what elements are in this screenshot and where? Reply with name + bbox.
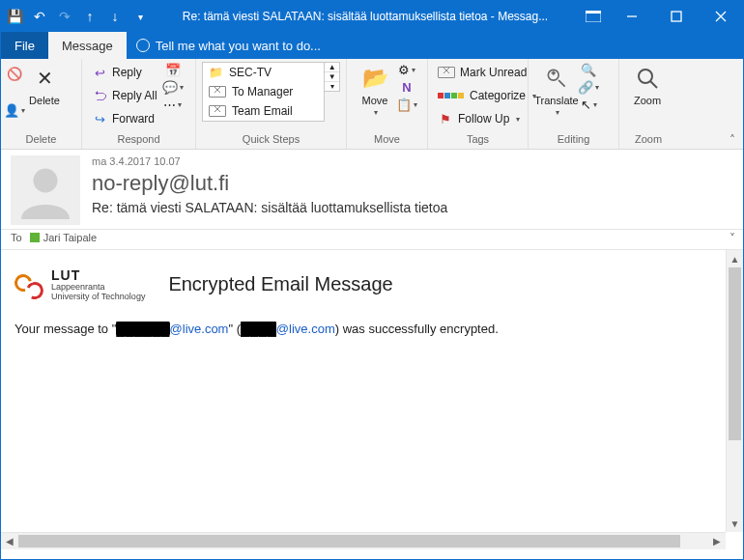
meeting-icon[interactable]: 📅 xyxy=(165,62,181,77)
quick-step-item[interactable]: 📁SEC-TV xyxy=(203,63,324,82)
window-title: Re: tämä viesti SALATAAN: sisältää luott… xyxy=(154,10,577,23)
scroll-down-icon[interactable]: ▼ xyxy=(727,515,743,532)
translate-icon xyxy=(542,64,571,93)
related-icon[interactable]: 🔗▾ xyxy=(581,79,596,95)
reply-all-icon: ⮌ xyxy=(92,88,107,103)
vertical-scrollbar[interactable]: ▲ ▼ xyxy=(726,250,743,532)
rules-icon[interactable]: ⚙▾ xyxy=(399,62,415,77)
find-icon[interactable]: 🔍 xyxy=(581,62,596,77)
scroll-thumb[interactable] xyxy=(18,535,680,547)
group-zoom: Zoom xyxy=(625,133,672,149)
svg-point-9 xyxy=(34,169,58,193)
im-icon[interactable]: 💬▾ xyxy=(165,79,181,95)
email-link[interactable]: @live.com xyxy=(170,322,229,336)
flag-icon: ⚑ xyxy=(438,111,453,126)
lut-logo: LUT Lappeenranta University of Technolog… xyxy=(14,267,145,302)
delete-label: Delete xyxy=(29,95,60,106)
onenote-icon[interactable]: N xyxy=(399,79,415,95)
quick-steps-list[interactable]: 📁SEC-TV To Manager Team Email xyxy=(202,62,325,122)
group-tags: Tags xyxy=(434,133,522,149)
actions-icon[interactable]: 📋▾ xyxy=(399,97,415,112)
ignore-icon[interactable]: 🚫 xyxy=(7,66,22,81)
prev-item-icon[interactable]: ↑ xyxy=(82,9,98,24)
scroll-up-icon[interactable]: ▲ xyxy=(727,250,743,267)
qat-customize-icon[interactable]: ▾ xyxy=(132,9,148,24)
next-item-icon[interactable]: ↓ xyxy=(107,9,123,24)
delete-icon: ✕ xyxy=(30,64,59,93)
email-link[interactable]: @live.com xyxy=(276,322,335,336)
ribbon-display-options-icon[interactable] xyxy=(577,1,610,32)
maximize-button[interactable] xyxy=(654,1,699,32)
select-icon[interactable]: ↖▾ xyxy=(581,97,596,112)
scroll-thumb[interactable] xyxy=(729,267,741,440)
folder-icon: 📂 xyxy=(360,64,389,93)
quick-steps-down[interactable]: ▼ xyxy=(325,72,339,82)
forward-button[interactable]: ↪ Forward xyxy=(88,108,161,129)
message-subject: Re: tämä viesti SALATAAN: sisältää luott… xyxy=(92,200,733,215)
reply-button[interactable]: ↩ Reply xyxy=(88,62,161,83)
zoom-icon xyxy=(633,64,662,93)
sender-avatar xyxy=(11,155,80,225)
tab-message[interactable]: Message xyxy=(48,32,127,59)
group-respond: Respond xyxy=(88,133,189,149)
tell-me-search[interactable]: Tell me what you want to do... xyxy=(127,32,330,59)
body-text: Your message to "██████@live.com" (████@… xyxy=(14,322,712,336)
categorize-button[interactable]: Categorize▾ xyxy=(434,85,540,106)
follow-up-button[interactable]: ⚑ Follow Up▾ xyxy=(434,108,540,129)
quick-steps-more[interactable]: ▾ xyxy=(325,82,339,91)
reply-all-button[interactable]: ⮌ Reply All xyxy=(88,85,161,106)
junk-icon[interactable]: 👤▾ xyxy=(7,102,22,118)
message-date: ma 3.4.2017 10.07 xyxy=(92,155,733,167)
tab-file[interactable]: File xyxy=(1,32,48,59)
svg-line-8 xyxy=(650,81,657,88)
presence-icon xyxy=(30,233,40,242)
group-quick-steps: Quick Steps xyxy=(202,133,340,149)
svg-rect-3 xyxy=(672,12,681,21)
envelope-icon xyxy=(209,105,226,117)
horizontal-scrollbar[interactable]: ◀ ▶ xyxy=(1,532,726,549)
scroll-right-icon[interactable]: ▶ xyxy=(708,533,726,549)
translate-button[interactable]: Translate ▾ xyxy=(534,62,579,117)
reply-icon: ↩ xyxy=(92,65,107,80)
expand-header-icon[interactable]: ˅ xyxy=(730,232,735,245)
categorize-icon xyxy=(438,89,465,102)
save-icon[interactable]: 💾 xyxy=(7,9,22,24)
svg-point-7 xyxy=(639,70,652,83)
redo-icon: ↷ xyxy=(57,9,72,24)
envelope-icon xyxy=(438,67,455,78)
move-button[interactable]: 📂 Move ▾ xyxy=(353,62,397,117)
minimize-button[interactable] xyxy=(610,1,654,32)
close-button[interactable] xyxy=(699,1,743,32)
tell-me-label: Tell me what you want to do... xyxy=(156,39,321,53)
message-from: no-reply@lut.fi xyxy=(92,171,733,196)
quick-step-item[interactable]: Team Email xyxy=(203,101,324,121)
collapse-ribbon-icon[interactable]: ˄ xyxy=(730,133,735,147)
quick-step-item[interactable]: To Manager xyxy=(203,82,324,101)
group-delete: Delete xyxy=(7,133,75,149)
mark-unread-button[interactable]: Mark Unread xyxy=(434,62,540,83)
undo-icon[interactable]: ↶ xyxy=(32,9,47,24)
forward-icon: ↪ xyxy=(92,111,107,126)
group-editing: Editing xyxy=(534,133,613,149)
envelope-icon xyxy=(209,86,226,98)
recipient-name: Jari Taipale xyxy=(43,232,97,243)
lightbulb-icon xyxy=(136,39,150,52)
body-title: Encrypted Email Message xyxy=(168,273,392,295)
svg-rect-1 xyxy=(586,11,601,14)
to-label: To xyxy=(11,232,22,243)
delete-button[interactable]: ✕ Delete xyxy=(22,62,67,106)
quick-steps-up[interactable]: ▲ xyxy=(325,63,339,72)
more-respond-icon[interactable]: ⋯▾ xyxy=(165,97,181,112)
message-body: LUT Lappeenranta University of Technolog… xyxy=(1,250,726,532)
group-move: Move xyxy=(353,133,421,149)
scroll-left-icon[interactable]: ◀ xyxy=(1,533,18,549)
zoom-button[interactable]: Zoom xyxy=(625,62,670,106)
